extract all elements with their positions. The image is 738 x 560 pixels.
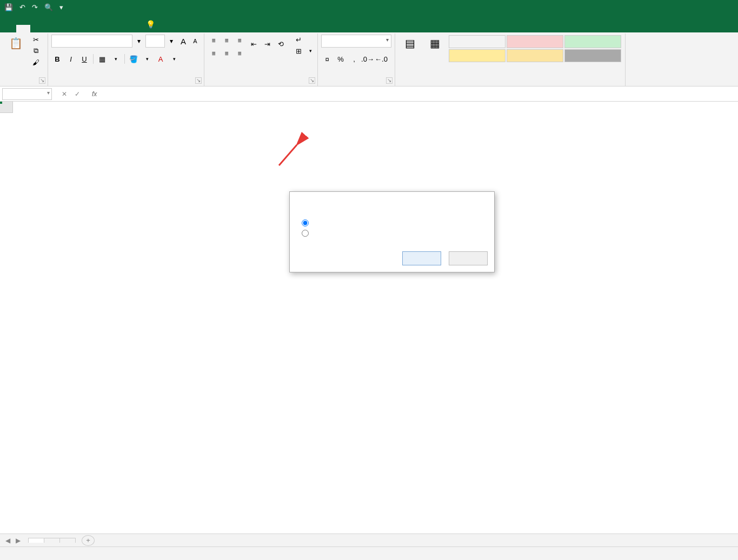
font-color-button[interactable]: A bbox=[155, 53, 167, 65]
chevron-down-icon[interactable]: ▾ bbox=[309, 48, 312, 54]
tab-data[interactable] bbox=[72, 25, 87, 32]
tab-formulas[interactable] bbox=[58, 25, 72, 32]
cancel-fx-icon[interactable]: ✕ bbox=[62, 90, 67, 98]
dialog-launcher-icon[interactable]: ↘ bbox=[39, 77, 45, 84]
align-bottom-icon[interactable]: ≡ bbox=[234, 35, 245, 46]
radio-current-selection[interactable] bbox=[296, 228, 488, 238]
new-sheet-button[interactable]: + bbox=[82, 535, 95, 546]
style-check[interactable] bbox=[564, 49, 621, 62]
scissors-icon: ✂ bbox=[31, 35, 40, 44]
number-format-combo[interactable] bbox=[321, 35, 391, 48]
align-right-icon[interactable]: ≡ bbox=[234, 48, 245, 59]
tab-view[interactable] bbox=[101, 25, 115, 32]
border-button[interactable]: ▦ bbox=[96, 53, 108, 65]
chevron-down-icon[interactable]: ▾ bbox=[134, 36, 144, 46]
name-box[interactable] bbox=[2, 88, 52, 100]
select-all-corner[interactable] bbox=[0, 102, 13, 113]
merge-icon: ⊞ bbox=[294, 46, 303, 55]
quick-access-toolbar: 💾 ↶ ↷ 🔍 ▾ bbox=[4, 3, 63, 11]
decrease-indent-icon[interactable]: ⇤ bbox=[248, 38, 260, 50]
align-center-icon[interactable]: ≡ bbox=[221, 48, 232, 59]
conditional-format-button[interactable]: ▤ bbox=[398, 35, 421, 52]
sheet-tab-2[interactable] bbox=[44, 538, 60, 543]
ribbon-tabs: 💡 bbox=[0, 15, 738, 32]
sheet-nav-next-icon[interactable]: ▶ bbox=[16, 537, 21, 544]
group-number: ¤ % , .0→ ←.0 ↘ bbox=[318, 34, 395, 86]
tab-pdf[interactable] bbox=[129, 25, 143, 32]
sort-warning-dialog bbox=[289, 191, 495, 272]
spreadsheet-grid[interactable] bbox=[0, 102, 738, 504]
dialog-launcher-icon[interactable]: ↘ bbox=[309, 77, 315, 84]
dialog-launcher-icon[interactable]: ↘ bbox=[386, 77, 393, 84]
dialog-titlebar[interactable] bbox=[290, 192, 494, 207]
italic-button[interactable]: I bbox=[65, 53, 77, 65]
svg-line-0 bbox=[279, 145, 297, 165]
align-left-icon[interactable]: ≡ bbox=[208, 48, 220, 59]
title-bar: 💾 ↶ ↷ 🔍 ▾ bbox=[0, 0, 738, 15]
qat-more-icon[interactable]: ▾ bbox=[59, 3, 63, 11]
group-font: ▾ ▾ A A B I U ▦ ▾ 🪣 ▾ A ▾ ↘ bbox=[48, 34, 204, 86]
wrap-icon: ↵ bbox=[294, 35, 303, 44]
print-preview-icon[interactable]: 🔍 bbox=[44, 3, 53, 11]
sort-button[interactable] bbox=[402, 251, 441, 265]
percent-icon[interactable]: % bbox=[335, 53, 347, 65]
increase-indent-icon[interactable]: ⇥ bbox=[261, 38, 273, 50]
ribbon: 📋 ✂ ⧉ 🖌 ↘ ▾ ▾ A A B I U bbox=[0, 32, 738, 86]
style-normal[interactable] bbox=[449, 35, 506, 48]
cut-button[interactable]: ✂ bbox=[29, 35, 44, 44]
annotation-arrow-1 bbox=[276, 139, 303, 174]
cancel-button[interactable] bbox=[449, 251, 488, 265]
style-good[interactable] bbox=[564, 35, 621, 48]
tab-home[interactable] bbox=[16, 25, 30, 32]
style-calc[interactable] bbox=[507, 49, 563, 62]
tab-insert[interactable] bbox=[30, 25, 44, 32]
wrap-text-button[interactable]: ↵ bbox=[292, 35, 314, 44]
redo-icon[interactable]: ↷ bbox=[32, 3, 38, 11]
tab-layout[interactable] bbox=[44, 25, 58, 32]
chevron-down-icon[interactable]: ▾ bbox=[141, 53, 153, 65]
font-family-combo[interactable] bbox=[51, 35, 132, 48]
align-top-icon[interactable]: ≡ bbox=[208, 35, 220, 46]
decrease-font-icon[interactable]: A bbox=[190, 36, 201, 46]
tell-me-search[interactable] bbox=[158, 25, 163, 32]
paste-button[interactable]: 📋 bbox=[4, 35, 27, 52]
format-painter-button[interactable]: 🖌 bbox=[29, 57, 44, 67]
sheet-nav-prev-icon[interactable]: ◀ bbox=[5, 537, 10, 544]
style-bad[interactable] bbox=[507, 35, 563, 48]
increase-font-icon[interactable]: A bbox=[178, 36, 189, 46]
bold-button[interactable]: B bbox=[51, 53, 63, 65]
orientation-icon[interactable]: ⟲ bbox=[275, 38, 287, 50]
underline-button[interactable]: U bbox=[78, 53, 90, 65]
formula-bar: ✕ ✓ fx bbox=[0, 86, 738, 102]
decrease-decimal-icon[interactable]: ←.0 bbox=[375, 53, 387, 65]
tab-help[interactable] bbox=[115, 25, 129, 32]
align-middle-icon[interactable]: ≡ bbox=[221, 35, 232, 46]
style-neutral[interactable] bbox=[449, 49, 506, 62]
radio-expand-input[interactable] bbox=[302, 219, 309, 226]
group-alignment: ≡ ≡ ≡ ≡ ≡ ≡ ⇤ ⇥ ⟲ ↵ ⊞▾ ↘ bbox=[204, 34, 318, 86]
chevron-down-icon[interactable]: ▾ bbox=[168, 53, 180, 65]
fx-icon[interactable]: fx bbox=[88, 90, 101, 98]
undo-icon[interactable]: ↶ bbox=[19, 3, 25, 11]
comma-icon[interactable]: , bbox=[348, 53, 360, 65]
radio-expand-selection[interactable] bbox=[296, 218, 488, 228]
tab-file[interactable] bbox=[2, 25, 16, 32]
fill-color-button[interactable]: 🪣 bbox=[128, 53, 139, 65]
sheet-tab-3[interactable] bbox=[59, 538, 76, 543]
paste-icon: 📋 bbox=[8, 36, 23, 51]
dialog-launcher-icon[interactable]: ↘ bbox=[195, 77, 202, 84]
radio-current-input[interactable] bbox=[302, 230, 309, 237]
font-size-combo[interactable] bbox=[145, 35, 165, 48]
chevron-down-icon[interactable]: ▾ bbox=[110, 53, 122, 65]
tab-review[interactable] bbox=[87, 25, 101, 32]
merge-center-button[interactable]: ⊞▾ bbox=[292, 46, 314, 56]
sheet-tab-1[interactable] bbox=[28, 538, 44, 543]
save-icon[interactable]: 💾 bbox=[4, 3, 13, 11]
increase-decimal-icon[interactable]: .0→ bbox=[362, 53, 374, 65]
format-as-table-button[interactable]: ▦ bbox=[423, 35, 446, 52]
copy-button[interactable]: ⧉ bbox=[29, 46, 44, 56]
currency-icon[interactable]: ¤ bbox=[321, 53, 333, 65]
chevron-down-icon[interactable]: ▾ bbox=[166, 36, 177, 46]
sheet-tab-bar: ◀ ▶ + bbox=[0, 534, 738, 546]
confirm-fx-icon[interactable]: ✓ bbox=[75, 90, 80, 98]
